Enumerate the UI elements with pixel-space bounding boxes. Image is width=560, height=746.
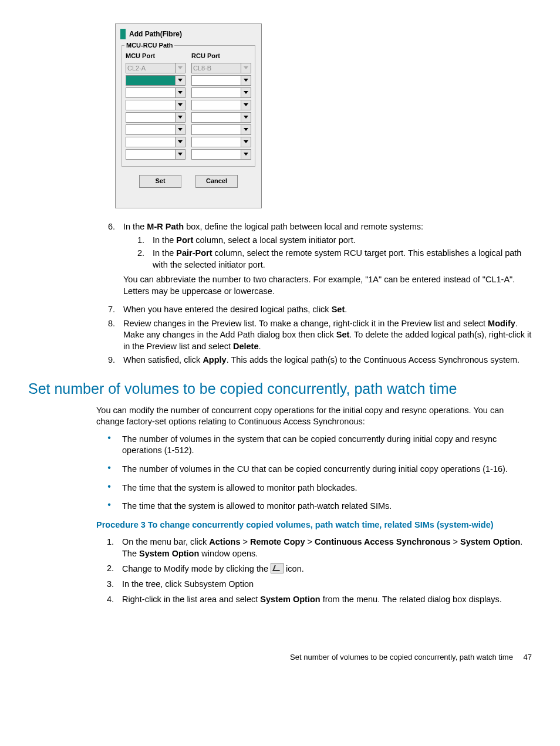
text: Review changes in the Preview list. To m… [123, 319, 488, 328]
footer-title: Set number of volumes to be copied concu… [290, 653, 513, 661]
dropdown-value [126, 149, 176, 160]
step-number: 8. [89, 318, 123, 353]
bold-text: Apply [203, 355, 226, 364]
substep-1: 1. In the Port column, select a local sy… [123, 235, 532, 247]
rcu-port-select-8[interactable] [191, 149, 251, 160]
step-8: 8. Review changes in the Preview list. T… [89, 318, 532, 353]
bold-text: System Option [139, 549, 199, 558]
mcu-port-select-6[interactable] [126, 124, 185, 135]
step-7: 7. When you have entered the desired log… [89, 304, 532, 316]
text: Right-click in the list area and select [122, 595, 260, 604]
dropdown-value [126, 100, 176, 110]
text: In the [153, 248, 176, 258]
text: On the menu bar, click [122, 537, 209, 546]
text: Change to Modify mode by clicking the [122, 564, 271, 573]
bold-text: Set [336, 330, 350, 339]
chevron-down-icon [176, 124, 185, 135]
text: . This adds the logical path(s) to the C… [227, 355, 519, 364]
rcu-port-select-6[interactable] [191, 124, 251, 135]
bold-text: Delete [233, 342, 259, 351]
rcu-port-select-5[interactable] [191, 112, 251, 123]
fieldset-legend: MCU-RCU Path [124, 41, 174, 50]
bold-text: Remote Copy [250, 537, 305, 546]
chevron-down-icon [176, 149, 185, 160]
mcu-port-select-7[interactable] [126, 137, 185, 147]
chevron-down-icon [176, 63, 185, 73]
text: window opens. [199, 549, 258, 558]
substep-number: 2. [123, 248, 153, 271]
rcu-port-select-2[interactable] [191, 75, 251, 86]
proc-step-1: 1. On the menu bar, click Actions > Remo… [96, 536, 532, 559]
chevron-down-icon [176, 100, 185, 110]
proc-step-3: 3. In the tree, click Subsystem Option [96, 579, 532, 590]
rcu-port-select-1[interactable]: CL8-B [191, 63, 251, 73]
text: In the [153, 235, 176, 245]
text: When satisfied, click [123, 355, 203, 364]
rcu-port-header: RCU Port [191, 52, 251, 60]
bold-text: System Option [460, 537, 520, 546]
text: > [451, 537, 461, 546]
bullet-item: •The number of volumes in the CU that ca… [96, 464, 532, 475]
dropdown-value [126, 87, 176, 98]
bullet-text: The time that the system is allowed to m… [122, 501, 532, 512]
rcu-port-select-4[interactable] [191, 100, 251, 110]
text: from the menu. The related dialog box di… [321, 595, 502, 604]
mcu-port-header: MCU Port [126, 52, 185, 60]
cancel-button[interactable]: Cancel [195, 175, 238, 188]
text: . [345, 305, 347, 314]
chevron-down-icon [241, 63, 251, 73]
chevron-down-icon [176, 137, 185, 147]
chevron-down-icon [176, 87, 185, 98]
substep-2: 2. In the Pair-Port column, select the r… [123, 248, 532, 271]
bold-text: Actions [209, 537, 240, 546]
chevron-down-icon [241, 87, 251, 98]
proc-step-2: 2. Change to Modify mode by clicking the… [96, 563, 532, 575]
text: In the tree, click Subsystem Option [122, 579, 532, 590]
text: column, select a local system initiator … [193, 235, 355, 245]
modify-mode-icon [271, 563, 284, 573]
dropdown-value [191, 75, 241, 86]
procedure-title: Procedure 3 To change concurrently copie… [96, 519, 532, 531]
dialog-title-bar: Add Path(Fibre) [116, 24, 261, 42]
text: In the [123, 222, 147, 231]
text: > [240, 537, 250, 546]
dropdown-value: CL2-A [126, 63, 176, 73]
bullet-text: The time that the system is allowed to m… [122, 482, 532, 494]
text: When you have entered the desired logica… [123, 305, 332, 314]
text: > [305, 537, 315, 546]
bullet-icon: • [96, 482, 122, 494]
chevron-down-icon [241, 149, 251, 160]
bold-text: Pair-Port [176, 248, 212, 258]
chevron-down-icon [241, 137, 251, 147]
rcu-port-select-7[interactable] [191, 137, 251, 147]
mcu-port-select-5[interactable] [126, 112, 185, 123]
mcu-port-select-4[interactable] [126, 100, 185, 110]
chevron-down-icon [241, 100, 251, 110]
dropdown-value [191, 100, 241, 110]
title-square-icon [120, 29, 126, 39]
bullet-icon: • [96, 464, 122, 475]
mcu-port-select-2[interactable] [126, 75, 185, 86]
step-6: 6. In the M-R Path box, define the logic… [89, 221, 532, 302]
step-number: 9. [89, 355, 123, 366]
mcu-port-select-3[interactable] [126, 87, 185, 98]
bullet-icon: • [96, 501, 122, 512]
bullet-item: •The time that the system is allowed to … [96, 501, 532, 512]
set-button[interactable]: Set [139, 175, 181, 188]
page-number: 47 [524, 653, 532, 661]
mcu-port-select-1[interactable]: CL2-A [126, 63, 185, 73]
chevron-down-icon [176, 112, 185, 123]
step-number: 1. [96, 536, 122, 559]
chevron-down-icon [241, 124, 251, 135]
dropdown-value [191, 124, 241, 135]
dropdown-value [126, 75, 176, 86]
chevron-down-icon [241, 112, 251, 123]
step-number: 6. [89, 221, 123, 302]
bullet-text: The number of volumes in the system that… [122, 434, 532, 457]
bullet-icon: • [96, 434, 122, 457]
step-9: 9. When satisfied, click Apply. This add… [89, 355, 532, 366]
rcu-port-select-3[interactable] [191, 87, 251, 98]
dialog-title-text: Add Path(Fibre) [129, 29, 182, 39]
bold-text: Modify [488, 319, 515, 328]
mcu-port-select-8[interactable] [126, 149, 185, 160]
